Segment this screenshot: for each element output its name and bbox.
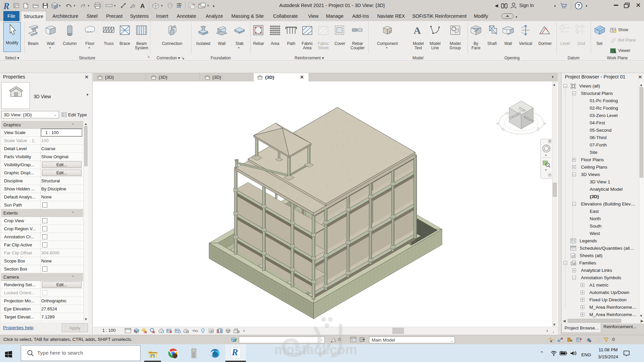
svg-text:E: E	[536, 126, 541, 132]
svg-text:?: ?	[577, 3, 580, 8]
svg-text:S: S	[500, 126, 505, 132]
svg-text:A: A	[140, 2, 145, 9]
svg-text:R: R	[3, 1, 9, 11]
svg-text:1: 1	[133, 5, 135, 7]
svg-text:A: A	[414, 25, 421, 36]
svg-text:W: W	[504, 110, 510, 116]
